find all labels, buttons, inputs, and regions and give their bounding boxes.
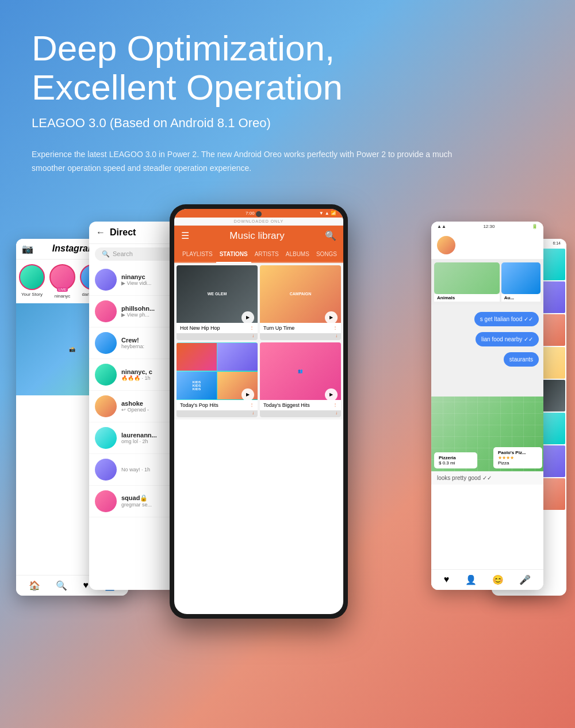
tab-albums[interactable]: ALBUMS bbox=[282, 246, 313, 262]
chat-msg-1: s get Italian food ✓✓ bbox=[474, 312, 539, 326]
tab-stations[interactable]: STATIONS bbox=[216, 246, 251, 263]
profile-icon-chat[interactable]: 👤 bbox=[465, 574, 477, 585]
ig-search-icon[interactable]: 🔍 bbox=[56, 580, 67, 591]
local-type-2: Pizza bbox=[498, 460, 538, 466]
card-name-1: Hot New Hip Hop bbox=[180, 325, 220, 331]
card-name-2: Turn Up Time bbox=[263, 325, 294, 331]
animals-label-2: Au... bbox=[501, 294, 540, 302]
map-thumbnail: Pizzeria $ 0.3 mi Paolo's Piz... ★★★★ Pi… bbox=[431, 397, 543, 471]
avatar-8 bbox=[95, 490, 117, 512]
signal-icon: ▲▲ bbox=[437, 224, 446, 229]
animals-card-2: Au... bbox=[501, 262, 540, 302]
phone-map: ▲▲ 12:30 🔋 Animals Au... s get Italian f… bbox=[431, 222, 543, 590]
animals-card: Animals bbox=[434, 262, 500, 302]
avatar-5 bbox=[95, 395, 117, 417]
play-btn-1[interactable]: ▶ bbox=[241, 311, 254, 324]
tab-songs[interactable]: SONGS bbox=[313, 246, 340, 262]
story-avatar-ninanyc bbox=[49, 264, 75, 290]
card-more-2[interactable]: ⋮ bbox=[333, 325, 338, 330]
animals-section: Animals Au... bbox=[431, 260, 543, 304]
play-btn-4[interactable]: ▶ bbox=[325, 388, 338, 401]
search-placeholder: Search bbox=[113, 250, 133, 257]
local-dist-1: $ 0.3 mi bbox=[439, 460, 473, 466]
card-label-3: Today's Pop Hits ⋮ bbox=[177, 400, 258, 410]
emoji-icon-chat[interactable]: 😊 bbox=[492, 574, 504, 585]
animals-img bbox=[434, 262, 500, 294]
phone-nav-bar bbox=[174, 614, 343, 619]
map-status-bar: ▲▲ 12:30 🔋 bbox=[431, 222, 543, 231]
phone-music: 7:00 ▼ ▲ 📶 DOWNLOADED ONLY ☰ Music libra… bbox=[170, 204, 348, 619]
music-card-2[interactable]: CAMPAIGN ▶ Turn Up Time ⋮ ↓ bbox=[260, 265, 341, 340]
back-icon[interactable]: ← bbox=[96, 227, 105, 238]
tab-artists[interactable]: ARTISTS bbox=[251, 246, 282, 262]
music-card-1[interactable]: WE GLEM ▶ Hot New Hip Hop ⋮ ↓ bbox=[177, 265, 258, 340]
ig-heart-icon[interactable]: ♥ bbox=[83, 580, 89, 591]
photo-time: 6:14 bbox=[553, 241, 561, 245]
local-result-1: Pizzeria $ 0.3 mi bbox=[434, 452, 477, 468]
animals-label: Animals bbox=[434, 294, 500, 302]
avatar-1 bbox=[95, 269, 117, 291]
status-icons: ▼ ▲ 📶 bbox=[319, 211, 336, 216]
chat-area: s get Italian food ✓✓ lian food nearby ✓… bbox=[431, 304, 543, 397]
card-name-4: Today's Biggest Hits bbox=[263, 402, 310, 408]
live-badge: LIVE bbox=[57, 287, 68, 292]
chat-msg-3: staurants bbox=[504, 352, 539, 367]
profile-avatar bbox=[437, 236, 455, 254]
title-line2: Excellent Operation bbox=[32, 67, 343, 107]
story-ninanyc[interactable]: LIVE ninanyc bbox=[49, 264, 75, 299]
camera-icon[interactable]: 📷 bbox=[22, 243, 33, 254]
looks-good-msg: looks pretty good ✓✓ bbox=[431, 471, 543, 485]
card-label-2: Turn Up Time ⋮ bbox=[260, 323, 341, 333]
music-tabs: PLAYLISTS STATIONS ARTISTS ALBUMS SONGS bbox=[174, 246, 343, 263]
phone-camera bbox=[256, 211, 262, 217]
description: Experience the latest LEAGOO 3.0 in Powe… bbox=[32, 148, 480, 176]
header-section: Deep Optimization, Excellent Operation L… bbox=[0, 0, 575, 193]
story-your[interactable]: Your Story bbox=[19, 264, 45, 299]
animals-img-2 bbox=[501, 262, 540, 294]
story-label-ninanyc: ninanyc bbox=[55, 294, 71, 299]
ig-home-icon[interactable]: 🏠 bbox=[29, 580, 40, 591]
avatar-6 bbox=[95, 427, 117, 449]
main-title: Deep Optimization, Excellent Operation bbox=[32, 29, 543, 107]
direct-title: Direct bbox=[110, 227, 136, 238]
music-top-bar: ☰ Music library 🔍 bbox=[174, 226, 343, 246]
avatar-3 bbox=[95, 332, 117, 354]
music-card-3[interactable]: KIDSKIDSKIDS ▶ Today's Pop Hits ⋮ ↓ bbox=[177, 342, 258, 417]
card-label-1: Hot New Hip Hop ⋮ bbox=[177, 323, 258, 333]
chat-bottom-bar: ♥ 👤 😊 🎤 bbox=[431, 569, 543, 590]
music-card-4[interactable]: 👥 ▶ Today's Biggest Hits ⋮ ↓ bbox=[260, 342, 341, 417]
local-rating-2: ★★★★ bbox=[498, 455, 538, 460]
play-btn-3[interactable]: ▶ bbox=[241, 388, 254, 401]
heart-icon-chat[interactable]: ♥ bbox=[444, 574, 450, 585]
music-title: Music library bbox=[229, 230, 284, 242]
tab-playlists[interactable]: PLAYLISTS bbox=[179, 246, 216, 262]
avatar-4 bbox=[95, 364, 117, 386]
subtitle: LEAGOO 3.0 (Based on Android 8.1 Oreo) bbox=[32, 116, 543, 131]
map-time: 12:30 bbox=[483, 224, 494, 229]
avatar-7 bbox=[95, 459, 117, 481]
search-icon-small: 🔍 bbox=[102, 250, 110, 258]
card-more-1[interactable]: ⋮ bbox=[250, 325, 254, 330]
local-result-2: Paolo's Piz... ★★★★ Pizza bbox=[493, 447, 542, 468]
music-grid: WE GLEM ▶ Hot New Hip Hop ⋮ ↓ CAMPAIGN ▶ bbox=[174, 263, 343, 420]
map-profile-bar bbox=[431, 231, 543, 260]
local-name-1: Pizzeria bbox=[439, 455, 473, 460]
status-time: 7:00 bbox=[246, 211, 255, 216]
mic-icon-chat[interactable]: 🎤 bbox=[519, 574, 531, 585]
story-label-your: Your Story bbox=[21, 292, 43, 297]
card-label-4: Today's Biggest Hits ⋮ bbox=[260, 400, 341, 410]
music-screen: 7:00 ▼ ▲ 📶 DOWNLOADED ONLY ☰ Music libra… bbox=[174, 209, 343, 614]
card-name-3: Today's Pop Hits bbox=[180, 402, 218, 408]
story-avatar-your bbox=[19, 264, 45, 290]
chat-msg-2: lian food nearby ✓✓ bbox=[476, 332, 539, 346]
card-more-3[interactable]: ⋮ bbox=[250, 402, 254, 407]
downloaded-only-label: DOWNLOADED ONLY bbox=[174, 218, 343, 226]
card-more-4[interactable]: ⋮ bbox=[333, 402, 338, 407]
menu-icon[interactable]: ☰ bbox=[181, 230, 189, 241]
search-music-icon[interactable]: 🔍 bbox=[325, 230, 336, 241]
avatar-2 bbox=[95, 300, 117, 322]
battery-icon: 🔋 bbox=[532, 224, 538, 229]
local-name-2: Paolo's Piz... bbox=[498, 450, 538, 455]
phones-container: 📷 Instagram ✉ Your Story LIVE ninanyc da… bbox=[0, 204, 575, 653]
play-btn-2[interactable]: ▶ bbox=[325, 311, 338, 324]
